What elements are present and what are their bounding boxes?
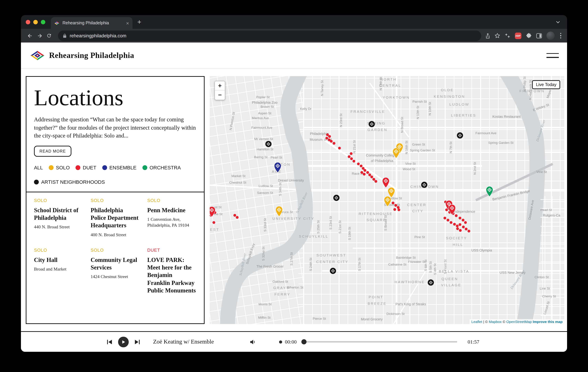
play-button[interactable] — [118, 337, 129, 347]
map-red-dot-marker[interactable] — [456, 228, 459, 230]
map-red-dot-marker[interactable] — [392, 201, 394, 204]
map-pin-duet[interactable] — [210, 206, 216, 218]
map-artist-neighborhood-marker[interactable] — [368, 121, 375, 128]
location-item[interactable]: SOLOCommunity Legal Services1424 Chestnu… — [91, 247, 140, 297]
map-red-dot-marker[interactable] — [330, 140, 333, 143]
zoom-window-button[interactable] — [41, 20, 45, 24]
legend-item-all[interactable]: ALL — [34, 165, 43, 170]
map-artist-neighborhood-marker[interactable] — [427, 279, 434, 286]
minimize-window-button[interactable] — [33, 20, 38, 24]
close-window-button[interactable] — [26, 20, 30, 24]
map[interactable]: NORTHCENTRALYORKTOWNFRANCISVILLEOLDEKENS… — [210, 76, 564, 324]
map-red-dot-marker[interactable] — [397, 209, 400, 211]
side-panel-icon[interactable] — [536, 33, 542, 38]
map-red-dot-marker[interactable] — [447, 219, 449, 221]
mapbox-link[interactable]: Mapbox — [489, 320, 502, 324]
url-bar[interactable]: rehearsingphiladelphia.com — [58, 30, 481, 41]
map-red-dot-marker[interactable] — [459, 217, 462, 219]
map-artist-neighborhood-marker[interactable] — [421, 182, 428, 188]
map-red-dot-marker[interactable] — [450, 221, 452, 224]
improve-map-link[interactable]: Improve this map — [533, 320, 563, 324]
map-red-dot-marker[interactable] — [363, 173, 366, 176]
forward-button[interactable] — [35, 31, 44, 40]
map-red-dot-marker[interactable] — [375, 180, 378, 182]
map-red-dot-marker[interactable] — [350, 158, 353, 160]
map-red-dot-marker[interactable] — [462, 219, 464, 221]
extensions-puzzle-icon[interactable] — [526, 33, 532, 39]
zoom-in-button[interactable]: + — [215, 81, 225, 90]
map-red-dot-marker[interactable] — [465, 228, 468, 231]
map-red-dot-marker[interactable] — [350, 152, 353, 155]
profile-avatar[interactable] — [546, 31, 555, 40]
browser-menu-icon[interactable] — [559, 33, 562, 39]
adblock-extension-icon[interactable]: ABP — [515, 32, 521, 39]
map-red-dot-marker[interactable] — [459, 223, 462, 226]
seek-bar[interactable] — [302, 341, 457, 342]
live-today-button[interactable]: Live Today — [532, 80, 560, 89]
legend-item-duet[interactable]: DUET — [75, 165, 96, 170]
location-item[interactable]: SOLOSchool District of Philadelphia440 N… — [34, 198, 83, 238]
map-red-dot-marker[interactable] — [357, 162, 360, 165]
map-red-dot-marker[interactable] — [360, 165, 362, 168]
extension-sparkle-icon[interactable] — [504, 33, 510, 38]
seek-handle[interactable] — [301, 339, 306, 344]
read-more-button[interactable]: READ MORE — [34, 146, 71, 157]
site-logo[interactable] — [31, 50, 44, 60]
legend-item-solo[interactable]: SOLO — [49, 165, 70, 170]
map-red-dot-marker[interactable] — [326, 137, 328, 140]
location-item[interactable]: SOLOPhiladelphia Police Department Headq… — [91, 198, 140, 238]
reload-button[interactable] — [44, 31, 54, 40]
volume-handle[interactable] — [279, 340, 282, 343]
map-pin-duet[interactable] — [382, 177, 390, 188]
next-track-button[interactable] — [134, 339, 140, 344]
legend-item-orchestra[interactable]: ORCHESTRA — [142, 165, 181, 170]
map-red-dot-marker[interactable] — [338, 147, 341, 149]
tab-close-icon[interactable]: × — [126, 20, 129, 26]
zoom-out-button[interactable]: − — [215, 90, 225, 100]
map-red-dot-marker[interactable] — [456, 225, 459, 228]
map-artist-neighborhood-marker[interactable] — [265, 141, 272, 147]
browser-tab[interactable]: Rehearsing Philadelphia × — [51, 17, 133, 29]
map-red-dot-marker[interactable] — [360, 171, 363, 174]
map-red-dot-marker[interactable] — [370, 176, 373, 179]
map-red-dot-marker[interactable] — [462, 225, 465, 228]
map-red-dot-marker[interactable] — [348, 155, 350, 158]
map-red-dot-marker[interactable] — [368, 173, 371, 176]
bookmark-star-icon[interactable] — [494, 33, 500, 38]
map-pin-orchestra[interactable] — [485, 186, 494, 197]
share-icon[interactable] — [485, 33, 490, 39]
map-red-dot-marker[interactable] — [366, 171, 369, 174]
map-artist-neighborhood-marker[interactable] — [330, 267, 336, 274]
new-tab-button[interactable]: + — [137, 18, 141, 26]
location-item[interactable]: DUETLOVE PARK: Meet here for the Benjami… — [147, 247, 196, 297]
map-red-dot-marker[interactable] — [364, 169, 367, 172]
map-artist-neighborhood-marker[interactable] — [457, 132, 463, 139]
map-red-dot-marker[interactable] — [236, 216, 238, 219]
map-red-dot-marker[interactable] — [332, 142, 335, 145]
leaflet-link[interactable]: Leaflet — [472, 320, 482, 324]
map-artist-neighborhood-marker[interactable] — [333, 195, 340, 201]
location-item[interactable]: SOLOPenn Medicine1 Convention Ave, Phila… — [147, 198, 196, 238]
map-pin-solo[interactable] — [392, 147, 400, 159]
back-button[interactable] — [25, 31, 35, 40]
location-item[interactable]: SOLOCity HallBroad and Market — [34, 247, 83, 297]
map-red-dot-marker[interactable] — [464, 221, 467, 224]
map-red-dot-marker[interactable] — [234, 214, 236, 217]
tab-search-chevron-icon[interactable] — [556, 19, 560, 25]
volume-icon[interactable] — [250, 339, 256, 344]
legend-item-artist-neighborhoods[interactable]: ARTIST NEIGHBORHOODS — [34, 179, 105, 185]
map-red-dot-marker[interactable] — [468, 230, 470, 232]
map-pin-ensemble[interactable] — [274, 162, 282, 173]
map-pin-solo[interactable] — [383, 196, 391, 207]
map-pin-duet[interactable] — [448, 204, 456, 215]
map-pin-solo[interactable] — [275, 206, 283, 217]
map-red-dot-marker[interactable] — [353, 160, 356, 162]
map-red-dot-marker[interactable] — [328, 135, 331, 138]
map-red-dot-marker[interactable] — [459, 229, 462, 232]
openstreetmap-link[interactable]: OpenStreetMap — [506, 320, 532, 324]
map-red-dot-marker[interactable] — [213, 221, 215, 224]
map-red-dot-marker[interactable] — [443, 217, 446, 219]
previous-track-button[interactable] — [107, 339, 113, 344]
map-red-dot-marker[interactable] — [393, 208, 396, 211]
map-red-dot-marker[interactable] — [395, 204, 397, 207]
